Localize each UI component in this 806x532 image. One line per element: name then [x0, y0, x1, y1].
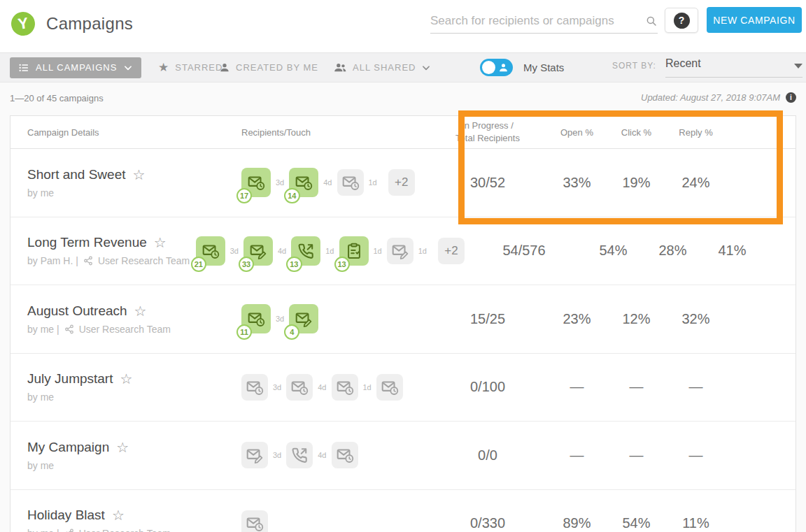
clipboard-touch-icon[interactable]: 13: [339, 236, 369, 266]
email-clock-touch-icon[interactable]: [332, 442, 358, 468]
star-outline-icon[interactable]: ☆: [116, 440, 129, 454]
team-name[interactable]: User Research Team: [79, 528, 171, 532]
in-progress-value: 0/100: [428, 379, 547, 395]
campaign-byline: by me: [27, 391, 241, 403]
filter-starred[interactable]: ★ STARRED: [158, 62, 222, 73]
touch-interval-label: 3d: [276, 315, 284, 323]
email-clock-touch-icon[interactable]: 11: [241, 304, 271, 333]
email-clock-touch-icon[interactable]: 21: [196, 236, 225, 266]
touch-interval-label: 4d: [318, 383, 326, 391]
byline-text: by me: [27, 391, 54, 403]
touch-interval-label: 3d: [273, 451, 281, 459]
touch-interval-label: 1d: [374, 247, 382, 255]
table-row[interactable]: Short and Sweet ☆ by me 173d 144d 1d+2 3…: [10, 149, 796, 217]
table-header: Campaign Details Recipients/Touch In Pro…: [10, 116, 796, 149]
all-campaigns-dropdown[interactable]: ALL CAMPAIGNS: [10, 57, 141, 78]
team-name[interactable]: User Research Team: [98, 255, 190, 266]
star-outline-icon[interactable]: ☆: [120, 372, 132, 386]
search-input[interactable]: [430, 14, 645, 28]
phone-touch-icon[interactable]: 13: [291, 236, 320, 266]
email-clock-touch-icon[interactable]: [376, 374, 403, 401]
table-row[interactable]: August Outreach ☆ by me | User Research …: [10, 285, 796, 354]
email-pencil-touch-icon[interactable]: [387, 238, 413, 264]
touch-count-badge: 21: [191, 257, 206, 272]
email-pencil-touch-icon[interactable]: 4: [289, 304, 318, 333]
campaigns-page: Y Campaigns ? NEW CAMPAIGN ALL CAMPAIGNS: [0, 0, 806, 532]
new-campaign-button[interactable]: NEW CAMPAIGN: [707, 7, 802, 33]
table-row[interactable]: Long Term Revenue ☆ by Pam H. | User Res…: [10, 217, 796, 286]
star-outline-icon[interactable]: ☆: [154, 236, 167, 250]
touches-cell: 3d 4d: [241, 442, 428, 468]
touch-strip: 173d 144d 1d+2: [241, 168, 428, 197]
toggle-knob: [482, 61, 495, 74]
phone-touch-icon[interactable]: [286, 442, 313, 468]
email-pencil-touch-icon[interactable]: [241, 442, 268, 468]
email-clock-touch-icon[interactable]: 14: [289, 168, 318, 197]
table-row[interactable]: Holiday Blast ☆ by me | User Research Te…: [10, 490, 796, 532]
campaign-details-cell: My Campaign ☆ by me: [10, 440, 241, 471]
touch-strip: 3d 4d 1d: [241, 374, 428, 401]
touches-cell: 113d 4: [241, 304, 428, 333]
touch-interval-label: 4d: [318, 451, 326, 459]
col-header-campaign-details: Campaign Details: [10, 127, 241, 138]
team-name[interactable]: User Research Team: [79, 324, 171, 335]
sort-select[interactable]: Recent: [665, 57, 803, 78]
campaign-title[interactable]: My Campaign: [27, 440, 109, 455]
star-outline-icon[interactable]: ☆: [112, 508, 125, 522]
campaign-title[interactable]: August Outreach: [27, 303, 127, 319]
campaign-byline: by me: [27, 460, 241, 471]
email-clock-touch-icon[interactable]: [241, 374, 268, 401]
open-percent-value: —: [547, 447, 607, 463]
open-percent-value: 33%: [547, 175, 607, 191]
col-header-in-progress: In Progress / Total Recipients: [428, 120, 547, 144]
email-clock-touch-icon[interactable]: 17: [241, 168, 271, 197]
touch-interval-label: 3d: [276, 178, 284, 187]
filter-created-by-me[interactable]: CREATED BY ME: [219, 62, 318, 73]
brand: Y Campaigns: [11, 12, 133, 36]
campaign-title[interactable]: Holiday Blast: [27, 508, 105, 523]
my-stats-toggle[interactable]: [480, 59, 513, 76]
campaign-title[interactable]: Short and Sweet: [27, 167, 125, 182]
col-header-recipients-touch: Recipients/Touch: [241, 127, 428, 138]
click-percent-value: —: [607, 379, 666, 395]
campaign-title[interactable]: July Jumpstart: [27, 371, 113, 387]
meta-row: 1—20 of 45 campaigns Updated: August 27,…: [0, 82, 806, 115]
star-outline-icon[interactable]: ☆: [132, 168, 145, 182]
sort-control: SORT BY: Recent: [612, 57, 803, 78]
touch-count-badge: 17: [236, 188, 252, 203]
filter-bar: ALL CAMPAIGNS ★ STARRED CREATED BY ME AL…: [0, 53, 806, 82]
email-pencil-touch-icon[interactable]: 33: [243, 236, 273, 266]
click-percent-value: 19%: [607, 175, 666, 191]
in-progress-value: 0/330: [428, 515, 547, 531]
info-icon[interactable]: i: [786, 92, 796, 103]
touch-count-badge: 11: [236, 324, 252, 340]
search-box[interactable]: [430, 14, 658, 34]
touch-strip: [241, 510, 428, 532]
share-icon: [64, 324, 74, 334]
campaign-title[interactable]: Long Term Revenue: [27, 235, 147, 250]
question-icon: ?: [674, 13, 690, 29]
click-percent-value: 12%: [607, 311, 666, 327]
email-clock-touch-icon[interactable]: [337, 169, 364, 196]
caret-down-icon: [794, 64, 803, 69]
reply-percent-value: 32%: [666, 311, 726, 327]
more-touches-button[interactable]: +2: [388, 169, 415, 196]
touch-count-badge: 13: [334, 257, 350, 272]
touches-cell: 173d 144d 1d+2: [241, 168, 428, 197]
help-button[interactable]: ?: [665, 8, 698, 33]
chevron-down-icon: [421, 63, 431, 73]
touches-cell: 3d 4d 1d: [241, 374, 428, 401]
more-touches-button[interactable]: +2: [438, 238, 465, 264]
touch-count-badge: 33: [239, 257, 254, 272]
email-clock-touch-icon[interactable]: [241, 510, 268, 532]
in-progress-value: 30/52: [428, 175, 547, 191]
my-stats-toggle-group: My Stats: [480, 59, 564, 76]
open-percent-value: 23%: [547, 311, 607, 327]
table-row[interactable]: July Jumpstart ☆ by me 3d 4d 1d 0/100 — …: [10, 354, 796, 422]
star-outline-icon[interactable]: ☆: [134, 304, 147, 318]
filter-all-shared[interactable]: ALL SHARED: [334, 62, 431, 73]
table-row[interactable]: My Campaign ☆ by me 3d 4d 0/0 — — —: [10, 422, 796, 490]
email-clock-touch-icon[interactable]: [332, 374, 358, 401]
campaign-details-cell: August Outreach ☆ by me | User Research …: [10, 303, 241, 335]
email-clock-touch-icon[interactable]: [286, 374, 313, 401]
